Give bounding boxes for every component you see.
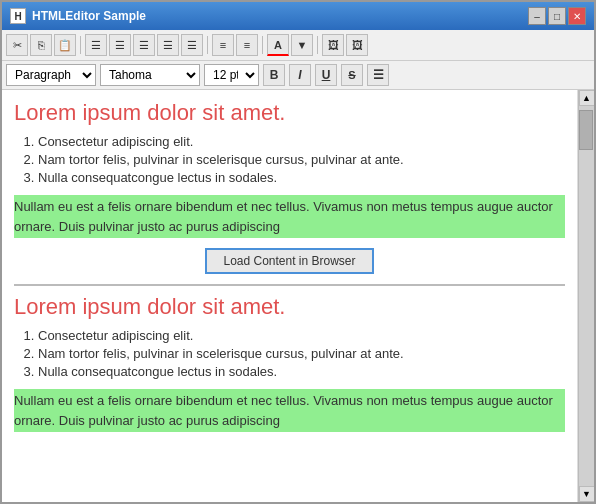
- heading-1: Lorem ipsum dolor sit amet.: [14, 100, 565, 126]
- paste-button[interactable]: 📋: [54, 34, 76, 56]
- editor-container: Lorem ipsum dolor sit amet. Consectetur …: [2, 90, 594, 502]
- bold-button[interactable]: B: [263, 64, 285, 86]
- separator-3: [262, 36, 263, 54]
- scroll-track[interactable]: [579, 106, 594, 486]
- separator-2: [207, 36, 208, 54]
- scroll-up-button[interactable]: ▲: [579, 90, 595, 106]
- heading-2: Lorem ipsum dolor sit amet.: [14, 294, 565, 320]
- scroll-down-button[interactable]: ▼: [579, 486, 595, 502]
- main-window: H HTMLEditor Sample – □ ✕ ✂ ⎘ 📋 ☰ ☰ ☰ ☰ …: [0, 0, 596, 504]
- cut-button[interactable]: ✂: [6, 34, 28, 56]
- editor-pane: Lorem ipsum dolor sit amet. Consectetur …: [2, 90, 578, 502]
- list-item: Nulla consequatcongue lectus in sodales.: [38, 364, 565, 379]
- list-item: Consectetur adipiscing elit.: [38, 134, 565, 149]
- align-left-button[interactable]: ☰: [85, 34, 107, 56]
- bullet-list-button[interactable]: ≡: [212, 34, 234, 56]
- image-button-2[interactable]: 🖼: [346, 34, 368, 56]
- italic-button[interactable]: I: [289, 64, 311, 86]
- list-item: Nulla consequatcongue lectus in sodales.: [38, 170, 565, 185]
- title-bar: H HTMLEditor Sample – □ ✕: [2, 2, 594, 30]
- restore-button[interactable]: □: [548, 7, 566, 25]
- underline-button[interactable]: U: [315, 64, 337, 86]
- font-select[interactable]: Tahoma: [100, 64, 200, 86]
- window-icon: H: [10, 8, 26, 24]
- load-content-button[interactable]: Load Content in Browser: [205, 248, 373, 274]
- paragraph-select[interactable]: Paragraph: [6, 64, 96, 86]
- size-select[interactable]: 12 pt: [204, 64, 259, 86]
- format-bar: Paragraph Tahoma 12 pt B I U S ☰: [2, 61, 594, 90]
- close-button[interactable]: ✕: [568, 7, 586, 25]
- justify-button[interactable]: ☰: [157, 34, 179, 56]
- editor-block-2: Lorem ipsum dolor sit amet. Consectetur …: [14, 284, 565, 432]
- copy-button[interactable]: ⎘: [30, 34, 52, 56]
- highlighted-text-1: Nullam eu est a felis ornare bibendum et…: [14, 195, 565, 238]
- font-color-arrow[interactable]: ▼: [291, 34, 313, 56]
- separator-4: [317, 36, 318, 54]
- scroll-thumb[interactable]: [579, 110, 593, 150]
- list-2: Consectetur adipiscing elit. Nam tortor …: [38, 328, 565, 379]
- list-item: Nam tortor felis, pulvinar in scelerisqu…: [38, 152, 565, 167]
- minimize-button[interactable]: –: [528, 7, 546, 25]
- numbered-list-button[interactable]: ≡: [236, 34, 258, 56]
- list-item: Consectetur adipiscing elit.: [38, 328, 565, 343]
- title-controls: – □ ✕: [528, 7, 586, 25]
- editor-content[interactable]: Lorem ipsum dolor sit amet. Consectetur …: [2, 90, 578, 502]
- list-1: Consectetur adipiscing elit. Nam tortor …: [38, 134, 565, 185]
- font-color-button[interactable]: A: [267, 34, 289, 56]
- list-item: Nam tortor felis, pulvinar in scelerisqu…: [38, 346, 565, 361]
- load-button-container: Load Content in Browser: [14, 248, 565, 274]
- align-center-button[interactable]: ☰: [109, 34, 131, 56]
- align-format-button[interactable]: ☰: [367, 64, 389, 86]
- separator-1: [80, 36, 81, 54]
- align-right-button[interactable]: ☰: [133, 34, 155, 56]
- highlighted-text-2: Nullam eu est a felis ornare bibendum et…: [14, 389, 565, 432]
- toolbar: ✂ ⎘ 📋 ☰ ☰ ☰ ☰ ☰ ≡ ≡ A ▼ 🖼 🖼: [2, 30, 594, 61]
- image-button-1[interactable]: 🖼: [322, 34, 344, 56]
- align-full-button[interactable]: ☰: [181, 34, 203, 56]
- editor-block-1: Lorem ipsum dolor sit amet. Consectetur …: [14, 100, 565, 238]
- strikethrough-button[interactable]: S: [341, 64, 363, 86]
- scrollbar-vertical[interactable]: ▲ ▼: [578, 90, 594, 502]
- window-title: HTMLEditor Sample: [32, 9, 528, 23]
